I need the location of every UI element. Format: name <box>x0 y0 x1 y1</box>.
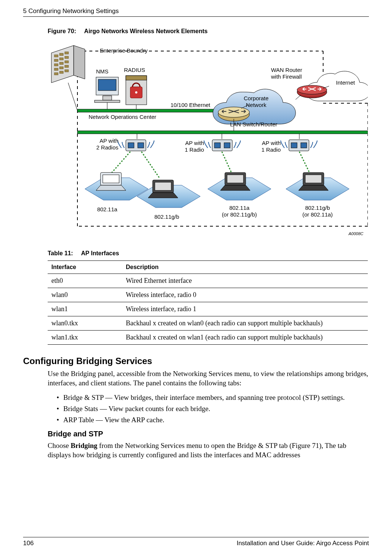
footer-rule <box>23 537 369 537</box>
cell-desc: Wireless interface, radio 1 <box>122 302 368 316</box>
svg-rect-15 <box>60 71 63 73</box>
svg-point-29 <box>297 85 327 94</box>
label-corporate-network-l2: Network <box>246 102 267 108</box>
subsection-heading: Bridge and STP <box>48 430 369 438</box>
svg-rect-13 <box>65 65 68 67</box>
svg-rect-47 <box>301 143 307 148</box>
hex-4 <box>286 173 349 200</box>
ap-1radio-b-icon <box>281 140 317 151</box>
th-description: Description <box>122 261 368 274</box>
cell-desc: Backhaul x created on wlan1 (each radio … <box>122 331 368 345</box>
label-g4-l2: (or 802.11a) <box>302 211 333 218</box>
cell-if: wlan0.tkx <box>48 316 122 331</box>
svg-rect-6 <box>60 58 63 60</box>
svg-rect-19 <box>98 79 116 91</box>
label-radius: RADIUS <box>124 67 145 73</box>
svg-rect-16 <box>65 70 68 72</box>
wireless-links <box>107 152 312 178</box>
table-row: wlan0.tkxBackhaul x created on wlan0 (ea… <box>48 316 368 331</box>
label-g3-l1: 802.11a <box>229 205 250 211</box>
ap-interfaces-table: Interface Description eth0Wired Ethernet… <box>48 260 368 345</box>
table-title: AP Interfaces <box>81 250 119 256</box>
svg-rect-66 <box>305 175 322 183</box>
list-item: Bridge & STP — View bridges, their inter… <box>57 393 369 402</box>
running-header: 5 Configuring Networking Settings <box>0 7 392 17</box>
page-footer: 106 Installation and User Guide: Airgo A… <box>23 537 369 547</box>
label-wan-router-l2: with Firewall <box>271 73 302 80</box>
page-number: 106 <box>23 540 34 547</box>
svg-marker-63 <box>220 185 250 190</box>
list-item: Bridge Stats — View packet counts for ea… <box>57 404 369 414</box>
tab-bullets: Bridge & STP — View bridges, their inter… <box>57 393 369 424</box>
svg-rect-40 <box>128 143 134 148</box>
wan-router-icon <box>297 85 327 98</box>
svg-point-25 <box>135 91 137 94</box>
header-rule <box>23 16 369 17</box>
svg-rect-41 <box>138 143 144 148</box>
table-row: wlan0Wireless interface, radio 0 <box>48 288 368 302</box>
cell-if: wlan1.tkx <box>48 331 122 345</box>
table-row: wlan1Wireless interface, radio 1 <box>48 302 368 316</box>
section-heading: Configuring Bridging Services <box>23 356 369 366</box>
svg-rect-14 <box>54 73 58 75</box>
svg-rect-44 <box>224 143 230 148</box>
cell-if: wlan0 <box>48 288 122 302</box>
label-ap-1radio-a-l2: 1 Radio <box>185 146 204 153</box>
svg-rect-7 <box>65 56 68 59</box>
table-caption: Table 11: AP Interfaces <box>48 250 369 257</box>
label-g1: 802.11a <box>97 206 118 212</box>
label-wan-router-l1: WAN Router <box>271 67 302 73</box>
table-header-row: Interface Description <box>48 261 368 274</box>
sub-bold: Bridging <box>71 442 98 449</box>
svg-rect-62 <box>227 175 243 183</box>
svg-marker-67 <box>299 185 328 190</box>
svg-rect-3 <box>60 53 63 56</box>
cell-desc: Wired Ethernet interface <box>122 274 368 288</box>
svg-marker-55 <box>96 185 126 190</box>
ap-1radio-a-icon <box>204 140 240 151</box>
svg-rect-2 <box>54 55 58 57</box>
radius-icon <box>126 76 147 105</box>
th-interface: Interface <box>48 261 122 274</box>
label-ap-2radios-l2: 2 Radios <box>96 144 118 151</box>
svg-rect-46 <box>291 143 297 148</box>
svg-rect-43 <box>214 143 220 148</box>
svg-rect-20 <box>103 96 112 100</box>
figure-70: Enterprise Boundry NMS RADIUS <box>48 40 369 241</box>
table-row: eth0Wired Ethernet interface <box>48 274 368 288</box>
building-icon <box>51 45 85 83</box>
svg-rect-54 <box>103 175 119 183</box>
svg-line-17 <box>68 83 77 111</box>
cell-if: eth0 <box>48 274 122 288</box>
table-label: Table 11: <box>48 250 73 256</box>
svg-line-49 <box>141 152 159 178</box>
label-g4-l1: 802.11g/b <box>305 205 330 211</box>
hex-2 <box>137 180 200 208</box>
ap-2radios-icon <box>118 140 154 151</box>
svg-marker-1 <box>74 45 85 79</box>
svg-marker-59 <box>148 193 178 198</box>
ethernet-bar-bottom <box>77 131 368 134</box>
label-corporate-network-l1: Corporate <box>244 95 269 101</box>
nms-icon <box>95 77 120 102</box>
label-g2: 802.11g/b <box>154 214 179 220</box>
svg-rect-58 <box>155 182 171 190</box>
page-body: Figure 70: Airgo Networks Wireless Netwo… <box>0 28 392 460</box>
page: 5 Configuring Networking Settings Figure… <box>0 0 392 556</box>
hex-3 <box>208 173 271 200</box>
svg-rect-9 <box>60 62 63 64</box>
svg-rect-11 <box>54 68 58 70</box>
figure-doc-id: A0008C <box>348 231 363 236</box>
svg-line-30 <box>296 95 301 99</box>
figure-caption: Figure 70: Airgo Networks Wireless Netwo… <box>48 28 369 35</box>
label-ap-1radio-b-l2: 1 Radio <box>261 146 281 153</box>
footer-doc-title: Installation and User Guide: Airgo Acces… <box>237 540 369 547</box>
svg-rect-8 <box>54 64 58 66</box>
svg-rect-12 <box>60 67 63 69</box>
label-ethernet: 10/100 Ethernet <box>170 102 211 108</box>
label-ap-2radios-l1: AP with <box>99 138 118 144</box>
label-ap-1radio-b-l1: AP with <box>262 140 281 146</box>
svg-rect-5 <box>54 59 58 61</box>
label-noc: Network Operations Center <box>89 114 156 120</box>
ethernet-bar-top <box>77 109 234 112</box>
